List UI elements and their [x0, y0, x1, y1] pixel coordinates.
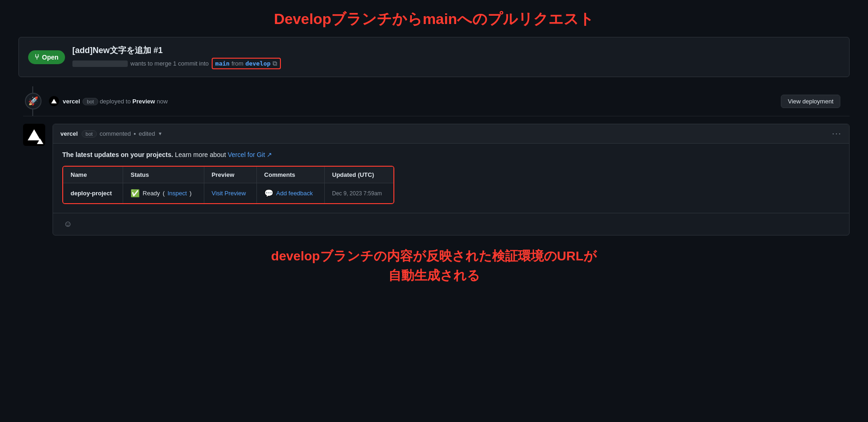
- feedback-label: Add feedback: [276, 190, 313, 197]
- annotation-top: Developブランチからmainへのプルリクエスト: [18, 9, 850, 30]
- event-bot-badge: bot: [83, 98, 98, 105]
- comment-footer: ☺: [53, 213, 849, 235]
- copy-icon[interactable]: ⧉: [273, 60, 277, 67]
- vercel-triangle-small: [51, 99, 57, 103]
- rocket-icon: 🚀: [28, 96, 38, 106]
- comment-intro-normal: Learn more about: [175, 151, 227, 158]
- vercel-logo-small: [49, 96, 59, 106]
- annotation-bottom: developブランチの内容が反映された検証環境のURLが自動生成される: [18, 247, 850, 285]
- col-header-name: Name: [63, 167, 123, 183]
- view-deployment-button[interactable]: View deployment: [781, 95, 840, 108]
- comments-cell: 💬 Add feedback: [256, 183, 324, 204]
- event-action: deployed to: [100, 98, 131, 105]
- pr-title: [add]New文字を追加 #1: [72, 45, 840, 56]
- event-actor: vercel: [63, 98, 80, 105]
- comment-intro-bold: The latest updates on your projects.: [62, 151, 173, 158]
- pr-meta: wants to merge 1 commit into main from d…: [72, 58, 840, 69]
- chat-icon: 💬: [264, 189, 273, 198]
- pr-title-section: [add]New文字を追加 #1 wants to merge 1 commit…: [72, 45, 840, 69]
- annotation-top-text: Developブランチからmainへのプルリクエスト: [274, 11, 594, 27]
- comment-action: commented: [100, 130, 131, 137]
- check-emoji: ✅: [131, 189, 140, 198]
- status-paren-close: ): [190, 190, 191, 197]
- add-feedback-link[interactable]: 💬 Add feedback: [264, 189, 317, 198]
- event-time: now: [157, 98, 168, 105]
- col-header-updated: Updated (UTC): [325, 167, 393, 183]
- event-text: vercel bot deployed to Preview now: [63, 98, 168, 105]
- comment-bot-badge: bot: [82, 130, 97, 138]
- updated-cell: Dec 9, 2023 7:59am: [325, 183, 393, 204]
- open-badge: ⑂ Open: [28, 50, 65, 64]
- branch-highlight: main from develop ⧉: [212, 58, 281, 69]
- comment-header: vercel bot commented • edited ▼ ···: [53, 124, 849, 144]
- status-ready: ✅ Ready (Inspect): [131, 189, 196, 198]
- pr-meta-prefix: wants to merge 1 commit into: [131, 60, 209, 67]
- comment-dot: •: [134, 130, 136, 138]
- comment-block: vercel bot commented • edited ▼ ··· The …: [23, 124, 850, 235]
- event-content: vercel bot deployed to Preview now: [49, 96, 773, 106]
- commenter-name: vercel: [60, 130, 78, 137]
- status-paren-open: (: [163, 190, 165, 197]
- deploy-table-wrapper: Name Status Preview Comments Updated (UT…: [62, 166, 394, 204]
- username-blur: [72, 60, 128, 67]
- dropdown-arrow-icon[interactable]: ▼: [158, 131, 162, 136]
- avatar: [23, 124, 45, 146]
- visit-preview-link[interactable]: Visit Preview: [212, 190, 246, 197]
- event-target: Preview: [132, 98, 155, 105]
- deployment-event: 🚀 vercel bot deployed to Preview now Vie…: [23, 86, 850, 116]
- comment-edited: edited: [139, 130, 155, 137]
- deploy-table: Name Status Preview Comments Updated (UT…: [63, 167, 393, 203]
- comment-header-left: vercel bot commented • edited ▼: [60, 130, 828, 138]
- comment-body: vercel bot commented • edited ▼ ··· The …: [53, 124, 850, 235]
- preview-cell: Visit Preview: [204, 183, 256, 204]
- status-text: Ready: [143, 190, 160, 197]
- branch-from-text: from: [232, 60, 244, 67]
- comment-content: The latest updates on your projects. Lea…: [53, 144, 849, 213]
- avatar-sub-triangle: [37, 139, 43, 144]
- reaction-button[interactable]: ☺: [60, 218, 75, 230]
- col-header-preview: Preview: [204, 167, 256, 183]
- table-header-row: Name Status Preview Comments Updated (UT…: [63, 167, 393, 183]
- branch-main: main: [215, 60, 230, 67]
- updated-date: Dec 9, 2023 7:59am: [332, 190, 382, 197]
- open-badge-label: Open: [42, 54, 59, 61]
- status-cell: ✅ Ready (Inspect): [123, 183, 204, 204]
- inspect-link[interactable]: Inspect: [167, 190, 187, 197]
- vercel-git-link[interactable]: Vercel for Git ↗: [228, 151, 273, 158]
- col-header-comments: Comments: [256, 167, 324, 183]
- col-header-status: Status: [123, 167, 204, 183]
- project-name: deploy-project: [71, 190, 112, 197]
- annotation-bottom-text: developブランチの内容が反映された検証環境のURLが自動生成される: [18, 247, 850, 285]
- pr-header: ⑂ Open [add]New文字を追加 #1 wants to merge 1…: [18, 37, 850, 77]
- project-name-cell: deploy-project: [63, 183, 123, 204]
- rocket-icon-circle: 🚀: [25, 93, 42, 109]
- timeline: 🚀 vercel bot deployed to Preview now Vie…: [18, 86, 850, 235]
- branch-develop: develop: [245, 60, 271, 67]
- more-options-button[interactable]: ···: [832, 129, 842, 139]
- comment-intro: The latest updates on your projects. Lea…: [62, 151, 840, 158]
- table-row: deploy-project ✅ Ready (Inspect): [63, 183, 393, 204]
- merge-icon: ⑂: [35, 53, 39, 61]
